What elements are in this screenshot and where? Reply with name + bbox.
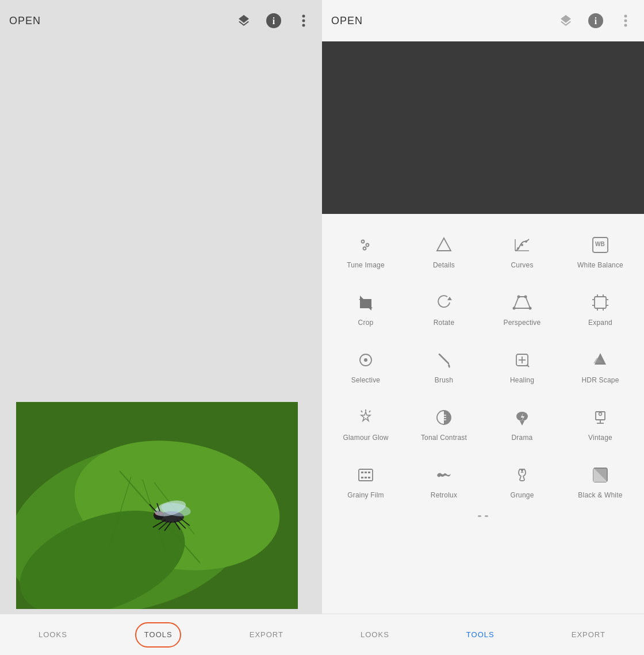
selective-label: Selective <box>351 376 381 385</box>
right-open-button[interactable]: OPEN <box>331 15 557 27</box>
right-layers-icon[interactable] <box>557 12 575 30</box>
svg-point-29 <box>624 15 627 18</box>
tool-hdr-scape[interactable]: HDR Scape <box>561 338 639 396</box>
tool-perspective[interactable]: Perspective <box>483 281 561 338</box>
left-header-icons: i <box>235 12 313 30</box>
tool-black-white[interactable]: Black & White <box>561 453 639 511</box>
white-balance-icon: WB <box>589 233 612 256</box>
vintage-label: Vintage <box>588 434 612 443</box>
scroll-indicator <box>327 511 639 519</box>
right-nav-export[interactable]: EXPORT <box>562 626 615 643</box>
tool-glamour-glow[interactable]: Glamour Glow <box>327 396 405 453</box>
tool-drama[interactable]: Drama <box>483 396 561 453</box>
svg-line-71 <box>361 411 362 412</box>
right-bottom-nav: LOOKS TOOLS EXPORT <box>322 614 644 655</box>
svg-point-2 <box>302 15 305 18</box>
svg-rect-86 <box>365 477 367 478</box>
svg-rect-87 <box>368 477 370 478</box>
expand-icon <box>589 291 612 314</box>
hdr-scape-icon <box>589 348 612 371</box>
vintage-icon <box>589 406 612 429</box>
tool-selective[interactable]: Selective <box>327 338 405 396</box>
tool-white-balance[interactable]: WB White Balance <box>561 223 639 281</box>
tool-retrolux[interactable]: Retrolux <box>405 453 483 511</box>
rotate-label: Rotate <box>434 319 455 328</box>
tool-vintage[interactable]: Vintage <box>561 396 639 453</box>
selective-icon <box>354 348 377 371</box>
svg-point-80 <box>599 413 602 416</box>
tool-tonal-contrast[interactable]: Tonal Contrast <box>405 396 483 453</box>
tool-healing[interactable]: Healing <box>483 338 561 396</box>
right-nav-looks[interactable]: LOOKS <box>351 626 398 643</box>
healing-icon <box>511 348 534 371</box>
svg-rect-85 <box>361 477 363 478</box>
perspective-label: Perspective <box>504 319 541 328</box>
svg-point-37 <box>363 247 366 250</box>
black-white-label: Black & White <box>578 491 622 500</box>
rotate-icon <box>432 291 455 314</box>
tool-expand[interactable]: Expand <box>561 281 639 338</box>
svg-point-41 <box>517 247 519 250</box>
left-nav-tools[interactable]: TOOLS <box>135 626 182 643</box>
svg-rect-83 <box>365 472 367 473</box>
grunge-label: Grunge <box>510 491 534 500</box>
perspective-icon <box>511 291 534 314</box>
svg-rect-82 <box>361 472 363 473</box>
svg-point-48 <box>529 307 532 310</box>
hdr-scape-label: HDR Scape <box>581 376 619 385</box>
svg-point-50 <box>524 296 527 298</box>
tools-grid: Tune Image Details <box>322 214 644 614</box>
tune-image-label: Tune Image <box>347 261 385 270</box>
svg-point-42 <box>521 244 523 246</box>
left-open-button[interactable]: OPEN <box>9 15 235 27</box>
layers-icon[interactable] <box>235 12 253 30</box>
dark-preview-area <box>322 41 644 214</box>
tool-grunge[interactable]: Grunge <box>483 453 561 511</box>
left-panel: OPEN i <box>0 0 322 655</box>
tool-tune-image[interactable]: Tune Image <box>327 223 405 281</box>
svg-text:i: i <box>273 16 275 26</box>
svg-point-31 <box>624 24 627 27</box>
svg-point-30 <box>624 20 627 22</box>
tune-image-icon <box>354 233 377 256</box>
left-bottom-nav: LOOKS TOOLS EXPORT <box>0 614 322 655</box>
tool-grainy-film[interactable]: Grainy Film <box>327 453 405 511</box>
tool-rotate[interactable]: Rotate <box>405 281 483 338</box>
crop-label: Crop <box>358 319 374 328</box>
svg-marker-68 <box>361 412 370 421</box>
brush-icon <box>432 348 455 371</box>
curves-icon <box>511 233 534 256</box>
right-nav-tools[interactable]: TOOLS <box>457 626 504 643</box>
tonal-contrast-label: Tonal Contrast <box>421 434 467 443</box>
more-options-icon[interactable] <box>294 12 313 30</box>
svg-point-88 <box>521 469 523 472</box>
glamour-glow-label: Glamour Glow <box>343 434 388 443</box>
left-nav-looks[interactable]: LOOKS <box>29 626 76 643</box>
right-header-icons: i <box>557 12 635 30</box>
curves-label: Curves <box>511 261 533 270</box>
right-info-icon[interactable]: i <box>586 12 605 30</box>
svg-point-36 <box>366 244 369 247</box>
tool-curves[interactable]: Curves <box>483 223 561 281</box>
crop-icon <box>354 291 377 314</box>
svg-point-49 <box>518 296 520 298</box>
drama-label: Drama <box>511 434 532 443</box>
tool-details[interactable]: Details <box>405 223 483 281</box>
right-more-options-icon[interactable] <box>616 12 635 30</box>
grunge-icon <box>511 464 534 487</box>
svg-line-70 <box>369 411 370 412</box>
tool-brush[interactable]: Brush <box>405 338 483 396</box>
details-label: Details <box>433 261 455 270</box>
retrolux-icon <box>432 464 455 487</box>
tonal-contrast-icon <box>432 406 455 429</box>
glamour-glow-icon <box>354 406 377 429</box>
dot-1 <box>478 515 481 517</box>
svg-rect-84 <box>368 472 370 473</box>
tool-crop[interactable]: Crop <box>327 281 405 338</box>
right-header: OPEN i <box>322 0 644 41</box>
svg-point-3 <box>302 20 305 22</box>
black-white-icon <box>589 464 612 487</box>
info-icon[interactable]: i <box>264 12 283 30</box>
left-nav-export[interactable]: EXPORT <box>240 626 293 643</box>
svg-point-4 <box>302 24 305 27</box>
